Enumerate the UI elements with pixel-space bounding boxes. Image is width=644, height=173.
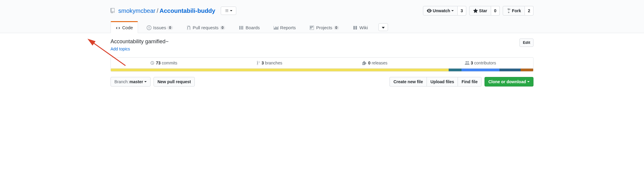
tag-icon bbox=[362, 61, 367, 65]
language-bar[interactable] bbox=[111, 69, 533, 72]
repo-title: smokymcbear / Accountabili-buddy bbox=[111, 7, 236, 15]
wiki-icon bbox=[353, 25, 358, 30]
commits-link[interactable]: 73 commits bbox=[111, 58, 217, 68]
fork-button[interactable]: Fork bbox=[503, 6, 525, 16]
star-icon bbox=[473, 8, 478, 13]
repo-icon bbox=[111, 8, 116, 13]
history-icon bbox=[150, 61, 155, 65]
fork-count[interactable]: 2 bbox=[525, 6, 533, 16]
page-actions: Unwatch 3 Star 0 Fork bbox=[423, 6, 533, 16]
find-file-button[interactable]: Find file bbox=[458, 77, 482, 86]
lang-segment bbox=[499, 69, 521, 71]
tab-reports[interactable]: Reports bbox=[269, 21, 301, 33]
separator: / bbox=[157, 7, 158, 14]
issue-icon bbox=[147, 25, 151, 30]
lang-segment bbox=[461, 69, 499, 71]
tab-boards[interactable]: Boards bbox=[234, 21, 265, 33]
lang-segment bbox=[521, 69, 533, 71]
contributors-link[interactable]: 3 contributors bbox=[428, 58, 533, 68]
lang-segment bbox=[449, 69, 461, 71]
repo-description: Accountability gamified~ bbox=[111, 38, 169, 45]
upload-files-button[interactable]: Upload files bbox=[427, 77, 458, 86]
caret-down-icon bbox=[527, 81, 530, 82]
tab-wiki[interactable]: Wiki bbox=[348, 21, 373, 33]
projects-icon bbox=[309, 25, 314, 30]
tab-pull-requests[interactable]: Pull requests 0 bbox=[182, 21, 230, 33]
list-dropdown-button[interactable] bbox=[221, 7, 236, 15]
star-count[interactable]: 0 bbox=[491, 6, 500, 16]
repo-nav: Code Issues 0 Pull requests 0 Boards Rep… bbox=[111, 21, 533, 33]
people-icon bbox=[465, 61, 470, 65]
list-icon bbox=[225, 9, 229, 13]
pull-request-icon bbox=[187, 25, 191, 30]
pulls-count: 0 bbox=[220, 26, 226, 30]
overall-summary: 73 commits 3 branches 0 releases 3 contr… bbox=[111, 57, 533, 69]
clone-download-button[interactable]: Clone or download bbox=[484, 77, 533, 86]
tab-issues[interactable]: Issues 0 bbox=[142, 21, 178, 33]
chevron-down-icon bbox=[382, 27, 385, 29]
lang-segment bbox=[111, 69, 449, 71]
tab-projects[interactable]: Projects 0 bbox=[304, 21, 344, 33]
eye-icon bbox=[427, 8, 432, 13]
repo-link[interactable]: Accountabili-buddy bbox=[160, 7, 215, 14]
owner-link[interactable]: smokymcbear bbox=[118, 7, 155, 14]
create-new-file-button[interactable]: Create new file bbox=[390, 77, 427, 86]
watch-count[interactable]: 3 bbox=[458, 6, 466, 16]
branch-select-button[interactable]: Branch: master bbox=[111, 77, 151, 86]
boards-icon bbox=[239, 25, 244, 30]
caret-down-icon bbox=[144, 81, 147, 82]
caret-down-icon bbox=[451, 10, 454, 11]
issues-count: 0 bbox=[167, 26, 173, 30]
releases-link[interactable]: 0 releases bbox=[322, 58, 428, 68]
new-pull-request-button[interactable]: New pull request bbox=[154, 77, 195, 86]
projects-count: 0 bbox=[334, 26, 339, 30]
tab-code[interactable]: Code bbox=[111, 21, 138, 33]
edit-button[interactable]: Edit bbox=[519, 38, 533, 47]
code-icon bbox=[116, 25, 120, 30]
caret-down-icon bbox=[230, 10, 232, 11]
fork-icon bbox=[507, 8, 511, 13]
reports-icon bbox=[274, 25, 278, 30]
star-button[interactable]: Star bbox=[469, 6, 491, 16]
branches-link[interactable]: 3 branches bbox=[217, 58, 322, 68]
branch-icon bbox=[256, 61, 260, 65]
unwatch-button[interactable]: Unwatch bbox=[423, 6, 458, 16]
nav-more-dropdown[interactable] bbox=[378, 23, 388, 31]
add-topics-link[interactable]: Add topics bbox=[111, 47, 130, 51]
